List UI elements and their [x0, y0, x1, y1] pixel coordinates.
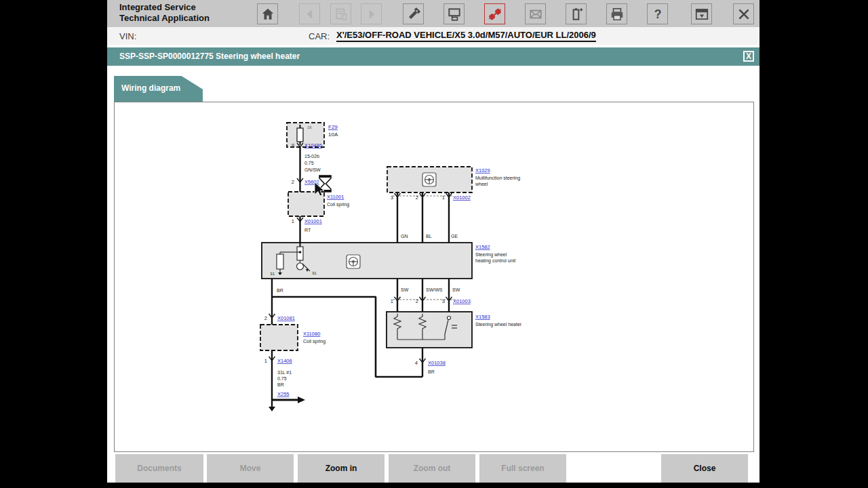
svg-text:10A: 10A [328, 131, 338, 138]
svg-text:2: 2 [416, 298, 418, 304]
svg-text:1: 1 [264, 358, 267, 364]
document-close-icon[interactable]: X [743, 51, 754, 62]
link-X01003[interactable]: X01003 [453, 298, 471, 304]
svg-text:16: 16 [307, 125, 312, 129]
wiring-diagram-panel[interactable]: 16 F29 10A 9 X10486 15-02b 0.75 GN/SW 2 … [114, 102, 754, 452]
back-icon [302, 7, 317, 22]
link-X10486[interactable]: X10486 [304, 142, 322, 148]
screen-letterbox [0, 483, 868, 488]
svg-text:GE: GE [451, 234, 458, 239]
measuring-devices-button[interactable] [443, 3, 465, 24]
svg-text:BR: BR [277, 382, 284, 387]
control-unit-box [262, 243, 472, 279]
car-label: CAR: [309, 31, 330, 41]
svg-text:31: 31 [312, 271, 317, 275]
svg-text:1: 1 [292, 218, 294, 224]
full-screen-button[interactable]: Full screen [479, 454, 566, 483]
coil-spring-upper-box [288, 192, 324, 216]
link-X1406[interactable]: X1406 [277, 358, 292, 364]
svg-text:SW/WS: SW/WS [426, 287, 443, 292]
svg-text:1: 1 [442, 195, 445, 201]
svg-text:4: 4 [415, 360, 418, 366]
tab-label: Wiring diagram [121, 83, 180, 93]
svg-text:2: 2 [416, 195, 418, 201]
svg-text:2: 2 [264, 315, 267, 321]
svg-text:wheel: wheel [475, 182, 488, 186]
svg-text:SW: SW [401, 287, 409, 292]
help-icon: ? [650, 7, 665, 22]
direction-arrow [298, 396, 305, 403]
link-X01081[interactable]: X01081 [277, 315, 295, 321]
battery-button[interactable] [566, 3, 587, 24]
vehicle-info-button[interactable] [330, 3, 351, 24]
home-button[interactable] [257, 3, 278, 24]
app-title-line1: Integrated Service [119, 2, 210, 13]
svg-text:SW: SW [452, 287, 460, 292]
window-shade-icon [694, 7, 709, 22]
svg-text:31L #1: 31L #1 [277, 370, 292, 375]
toggle-panel-button[interactable] [691, 3, 712, 24]
coil-spring-lower-box [260, 325, 298, 350]
link-X01038[interactable]: X01038 [428, 360, 446, 366]
battery-icon [569, 7, 584, 22]
svg-text:9: 9 [292, 142, 294, 148]
link-X255[interactable]: X255 [277, 391, 290, 397]
svg-text:GN/SW: GN/SW [304, 167, 321, 172]
close-button[interactable]: Close [661, 454, 748, 483]
svg-text:3: 3 [442, 298, 445, 304]
forward-button[interactable] [361, 3, 382, 24]
app-title: Integrated Service Technical Application [119, 2, 210, 24]
close-app-button[interactable] [733, 3, 754, 24]
svg-text:?: ? [654, 7, 661, 20]
back-button[interactable] [299, 3, 320, 24]
help-button[interactable]: ? [647, 3, 668, 24]
svg-text:2: 2 [292, 179, 294, 185]
link-X11080[interactable]: X11080 [303, 331, 320, 337]
vehicle-info-icon [334, 7, 349, 22]
svg-text:3: 3 [391, 195, 393, 201]
svg-text:heating control unit: heating control unit [475, 258, 515, 264]
link-X01002[interactable]: X01002 [453, 195, 471, 201]
svg-text:BR: BR [277, 288, 283, 293]
toolbar: Integrated Service Technical Application [107, 0, 760, 27]
printer-icon [610, 7, 625, 22]
app-title-line2: Technical Application [119, 13, 210, 24]
tab-wiring-diagram[interactable]: Wiring diagram [114, 76, 203, 102]
app-window: Integrated Service Technical Application [107, 0, 760, 483]
fuse-symbol [297, 128, 303, 142]
svg-text:31: 31 [270, 272, 275, 276]
wiring-diagram: 16 F29 10A 9 X10486 15-02b 0.75 GN/SW 2 … [115, 102, 755, 453]
svg-text:0.75: 0.75 [304, 161, 314, 165]
move-button[interactable]: Move [207, 454, 294, 483]
forward-icon [364, 7, 379, 22]
mail-icon [528, 7, 543, 22]
mail-button[interactable] [525, 3, 546, 24]
zoom-out-button[interactable]: Zoom out [389, 454, 475, 483]
svg-text:Multifunction steering: Multifunction steering [475, 176, 520, 181]
svg-text:BL: BL [426, 234, 432, 239]
link-X1582[interactable]: X1582 [475, 244, 490, 250]
car-value: X'/E53/OFF-ROAD VEHICLE/X5 3.0d/M57/AUTO… [336, 30, 596, 42]
link-X1029[interactable]: X1029 [475, 167, 490, 174]
link-F29[interactable]: F29 [328, 124, 338, 130]
svg-text:15-02b: 15-02b [304, 154, 319, 159]
steering-wheel-icon [422, 173, 436, 186]
diagnosis-connector-button[interactable] [484, 3, 505, 24]
link-X01001[interactable]: X01001 [304, 218, 322, 224]
link-X11001[interactable]: X11001 [327, 194, 344, 200]
zoom-in-button[interactable]: Zoom in [298, 454, 384, 483]
heater-box [387, 312, 472, 348]
svg-text:1: 1 [391, 298, 393, 304]
print-button[interactable] [606, 3, 627, 24]
svg-text:Steering wheel heater: Steering wheel heater [475, 322, 522, 327]
documents-button[interactable]: Documents [115, 454, 203, 483]
ground-symbol [269, 407, 275, 411]
workshop-button[interactable] [403, 3, 424, 24]
svg-text:GN: GN [401, 234, 408, 239]
link-X1583[interactable]: X1583 [475, 314, 490, 320]
svg-text:RT: RT [304, 228, 311, 232]
document-title: SSP-SSP-SP0000012775 Steering wheel heat… [119, 52, 300, 61]
svg-text:Coil spring: Coil spring [303, 339, 326, 344]
monitor-device-icon [447, 7, 462, 22]
close-icon [736, 7, 751, 22]
